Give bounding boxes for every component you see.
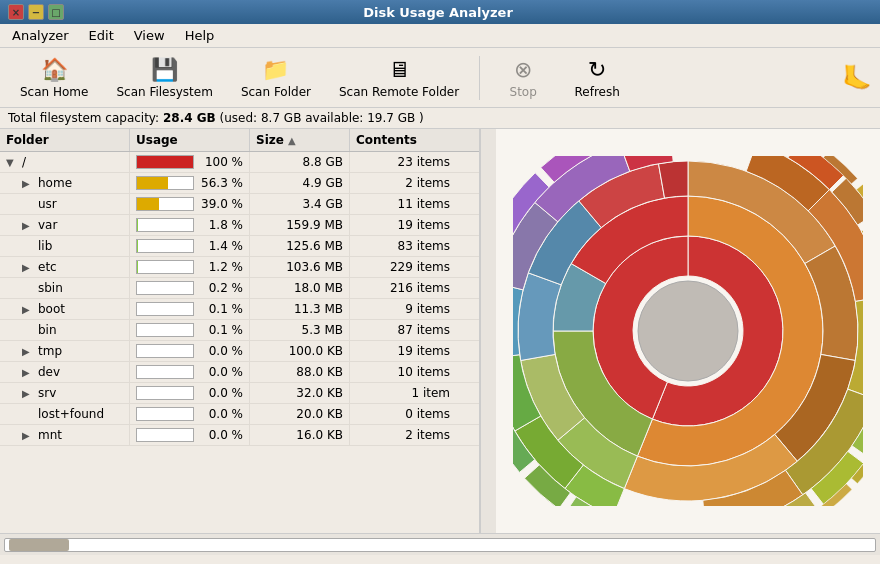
scroll-thumb	[9, 539, 69, 551]
refresh-icon: ↻	[588, 57, 606, 82]
usage-bar	[137, 240, 138, 252]
folder-cell: lib	[0, 236, 130, 256]
expand-arrow[interactable]: ▶	[22, 220, 34, 231]
usage-percent: 39.0 %	[198, 197, 243, 211]
scan-folder-label: Scan Folder	[241, 85, 311, 99]
scan-remote-button[interactable]: 🖥 Scan Remote Folder	[327, 52, 471, 104]
horizontal-scrollbar[interactable]	[4, 538, 876, 552]
size-cell: 8.8 GB	[250, 152, 350, 172]
gnome-icon: 🦶	[842, 64, 872, 92]
col-contents[interactable]: Contents	[350, 129, 460, 151]
folder-name: var	[38, 218, 57, 232]
col-usage-label: Usage	[136, 133, 178, 147]
contents-cell: 83 items	[350, 236, 460, 256]
usage-bar-container	[136, 197, 194, 211]
contents-cell: 2 items	[350, 173, 460, 193]
usage-cell: 0.0 %	[130, 425, 250, 445]
table-row[interactable]: bin0.1 %5.3 MB87 items	[0, 320, 479, 341]
table-row[interactable]: ▶var1.8 %159.9 MB19 items	[0, 215, 479, 236]
folder-cell: ▶mnt	[0, 425, 130, 445]
table-row[interactable]: ▼/100 %8.8 GB23 items	[0, 152, 479, 173]
table-row[interactable]: ▶dev0.0 %88.0 KB10 items	[0, 362, 479, 383]
usage-percent: 56.3 %	[198, 176, 243, 190]
expand-arrow[interactable]: ▶	[22, 430, 34, 441]
col-folder[interactable]: Folder	[0, 129, 130, 151]
close-button[interactable]: ×	[8, 4, 24, 20]
status-bar: Total filesystem capacity: 28.4 GB (used…	[0, 108, 880, 129]
usage-percent: 0.0 %	[198, 386, 243, 400]
expand-arrow[interactable]: ▶	[22, 388, 34, 399]
table-row[interactable]: ▶home56.3 %4.9 GB2 items	[0, 173, 479, 194]
contents-cell: 19 items	[350, 215, 460, 235]
usage-percent: 0.2 %	[198, 281, 243, 295]
minimize-button[interactable]: −	[28, 4, 44, 20]
folder-cell: ▶tmp	[0, 341, 130, 361]
folder-name: bin	[38, 323, 57, 337]
usage-percent: 0.0 %	[198, 428, 243, 442]
expand-arrow[interactable]: ▶	[22, 178, 34, 189]
table-row[interactable]: ▶etc1.2 %103.6 MB229 items	[0, 257, 479, 278]
menu-analyzer[interactable]: Analyzer	[4, 26, 77, 45]
menu-view[interactable]: View	[126, 26, 173, 45]
table-row[interactable]: ▶boot0.1 %11.3 MB9 items	[0, 299, 479, 320]
table-row[interactable]: lib1.4 %125.6 MB83 items	[0, 236, 479, 257]
maximize-button[interactable]: □	[48, 4, 64, 20]
size-cell: 20.0 KB	[250, 404, 350, 424]
folder-name: sbin	[38, 281, 63, 295]
table-row[interactable]: lost+found0.0 %20.0 KB0 items	[0, 404, 479, 425]
expand-arrow[interactable]: ▶	[22, 346, 34, 357]
usage-percent: 0.1 %	[198, 323, 243, 337]
folder-name: boot	[38, 302, 65, 316]
size-cell: 3.4 GB	[250, 194, 350, 214]
col-size[interactable]: Size ▲	[250, 129, 350, 151]
size-cell: 100.0 KB	[250, 341, 350, 361]
svg-point-0	[638, 281, 738, 381]
expand-arrow[interactable]: ▼	[6, 157, 18, 168]
scan-filesystem-button[interactable]: 💾 Scan Filesystem	[104, 52, 224, 104]
table-row[interactable]: ▶tmp0.0 %100.0 KB19 items	[0, 341, 479, 362]
usage-percent: 0.0 %	[198, 344, 243, 358]
refresh-button[interactable]: ↻ Refresh	[562, 52, 632, 104]
table-row[interactable]: ▶mnt0.0 %16.0 KB2 items	[0, 425, 479, 446]
table-row[interactable]: usr39.0 %3.4 GB11 items	[0, 194, 479, 215]
stop-button[interactable]: ⊗ Stop	[488, 52, 558, 104]
expand-arrow[interactable]: ▶	[22, 304, 34, 315]
scan-folder-button[interactable]: 📁 Scan Folder	[229, 52, 323, 104]
col-usage[interactable]: Usage	[130, 129, 250, 151]
usage-bar-container	[136, 302, 194, 316]
usage-cell: 0.2 %	[130, 278, 250, 298]
scan-home-button[interactable]: 🏠 Scan Home	[8, 52, 100, 104]
menu-edit[interactable]: Edit	[81, 26, 122, 45]
usage-bar-container	[136, 239, 194, 253]
menu-help[interactable]: Help	[177, 26, 223, 45]
folder-cell: ▶home	[0, 173, 130, 193]
usage-bar	[137, 177, 168, 189]
table-row[interactable]: ▶srv0.0 %32.0 KB1 item	[0, 383, 479, 404]
sort-arrow: ▲	[288, 135, 296, 146]
scan-home-label: Scan Home	[20, 85, 88, 99]
table-row[interactable]: sbin0.2 %18.0 MB216 items	[0, 278, 479, 299]
usage-bar-container	[136, 218, 194, 232]
usage-percent: 1.4 %	[198, 239, 243, 253]
stop-label: Stop	[510, 85, 537, 99]
title-bar: × − □ Disk Usage Analyzer	[0, 0, 880, 24]
usage-percent: 0.0 %	[198, 407, 243, 421]
expand-arrow[interactable]: ▶	[22, 262, 34, 273]
expand-arrow[interactable]: ▶	[22, 367, 34, 378]
table-body: ▼/100 %8.8 GB23 items▶home56.3 %4.9 GB2 …	[0, 152, 479, 533]
usage-cell: 39.0 %	[130, 194, 250, 214]
folder-cell: ▼/	[0, 152, 130, 172]
scan-filesystem-icon: 💾	[151, 57, 178, 82]
vertical-scrollbar[interactable]	[480, 129, 496, 533]
contents-cell: 2 items	[350, 425, 460, 445]
usage-bar-container	[136, 386, 194, 400]
contents-cell: 23 items	[350, 152, 460, 172]
folder-cell: ▶var	[0, 215, 130, 235]
folder-cell: bin	[0, 320, 130, 340]
usage-bar	[137, 198, 159, 210]
col-size-label: Size	[256, 133, 284, 147]
status-suffix: (used: 8.7 GB available: 19.7 GB )	[216, 111, 424, 125]
usage-cell: 1.8 %	[130, 215, 250, 235]
usage-cell: 0.0 %	[130, 362, 250, 382]
toolbar: 🏠 Scan Home 💾 Scan Filesystem 📁 Scan Fol…	[0, 48, 880, 108]
